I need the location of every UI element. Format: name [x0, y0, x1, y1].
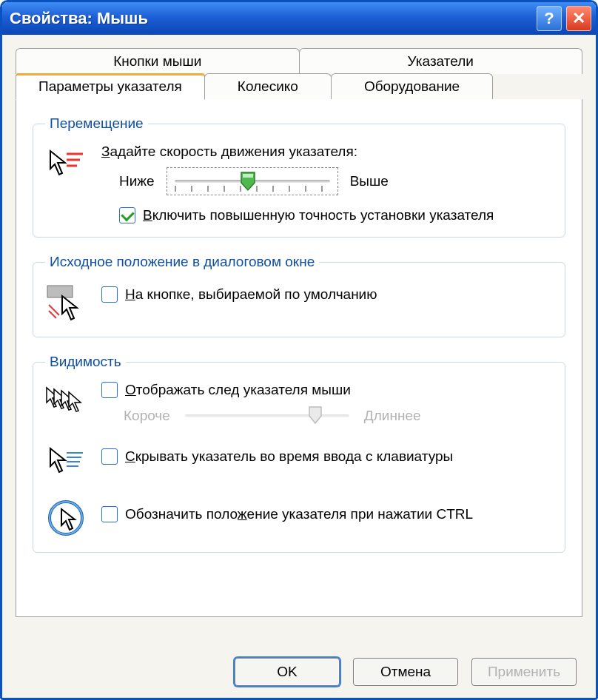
enhance-precision-row: Включить повышенную точность установки у… [119, 207, 553, 223]
pointer-trails-checkbox[interactable] [101, 382, 118, 398]
tab-wheel[interactable]: Колесико [204, 73, 332, 99]
tab-pointers[interactable]: Указатели [299, 48, 583, 74]
enhance-precision-label: Включить повышенную точность установки у… [143, 207, 494, 223]
slider-high-label: Выше [350, 173, 389, 189]
svg-line-4 [49, 305, 59, 315]
mouse-properties-window: Свойства: Мышь ? ✕ Кнопки мыши Указатели… [0, 0, 598, 700]
hide-while-typing-checkbox[interactable] [101, 448, 118, 465]
apply-button[interactable]: Применить [471, 658, 577, 686]
group-motion: Перемещение Задайте скорость движения ук… [33, 115, 565, 238]
trails-low-label: Короче [124, 408, 170, 424]
tab-pointer-options[interactable]: Параметры указателя [16, 73, 205, 100]
group-snap-legend: Исходное положение в диалоговом окне [45, 254, 319, 270]
close-icon: ✕ [572, 10, 585, 27]
cancel-button[interactable]: Отмена [353, 658, 458, 686]
ctrl-locate-icon [45, 497, 87, 539]
pointer-trails-icon [45, 382, 87, 423]
dialog-body: Кнопки мыши Указатели Параметры указател… [2, 35, 596, 617]
tab-page-pointer-options: Перемещение Задайте скорость движения ук… [16, 99, 582, 617]
hide-while-typing-label: Скрывать указатель во время ввода с клав… [125, 448, 453, 465]
pointer-trails-label: Отображать след указателя мыши [125, 382, 351, 398]
window-title: Свойства: Мышь [10, 9, 148, 28]
group-motion-legend: Перемещение [45, 115, 148, 132]
group-visibility: Видимость [33, 354, 565, 553]
enhance-precision-checkbox[interactable] [119, 207, 135, 223]
snap-to-default-label: На кнопке, выбираемой по умолчанию [125, 286, 377, 303]
pointer-speed-icon [45, 144, 87, 185]
slider-thumb-icon [240, 171, 256, 192]
tab-buttons[interactable]: Кнопки мыши [16, 48, 300, 74]
slider-low-label: Ниже [119, 173, 155, 189]
speed-label: Задайте скорость движения указателя: [101, 144, 553, 160]
pointer-trails-slider [182, 405, 352, 426]
ctrl-locate-checkbox[interactable] [101, 506, 118, 522]
window-buttons: ? ✕ [537, 6, 591, 31]
tabs-row-2: Параметры указателя Колесико Оборудовани… [16, 73, 582, 99]
pointer-speed-slider[interactable] [167, 167, 338, 195]
snap-to-default-checkbox[interactable] [101, 286, 118, 303]
slider-thumb-disabled-icon [308, 405, 323, 425]
ok-button[interactable]: OK [235, 658, 340, 686]
tab-hardware[interactable]: Оборудование [331, 73, 493, 99]
tabs-row-1: Кнопки мыши Указатели [16, 48, 582, 74]
snap-to-icon [45, 282, 87, 323]
group-visibility-legend: Видимость [45, 354, 126, 370]
titlebar[interactable]: Свойства: Мышь ? ✕ [2, 2, 596, 35]
dialog-footer: OK Отмена Применить [2, 645, 596, 698]
group-snap: Исходное положение в диалоговом окне [33, 254, 565, 337]
ctrl-locate-label: Обозначить положение указателя при нажат… [125, 506, 473, 522]
trails-high-label: Длиннее [364, 408, 421, 424]
help-button[interactable]: ? [537, 6, 562, 31]
close-button[interactable]: ✕ [566, 6, 591, 31]
svg-rect-3 [47, 286, 73, 297]
question-icon: ? [544, 10, 554, 27]
hide-while-typing-icon [45, 441, 87, 482]
